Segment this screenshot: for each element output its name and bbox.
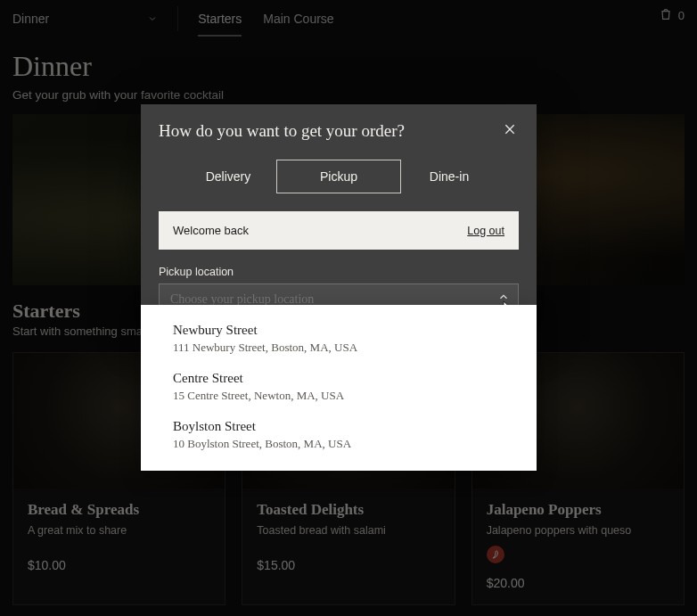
tab-pickup[interactable]: Pickup [276,160,401,193]
welcome-banner: Welcome back Log out [159,211,519,250]
order-method-tabs: Delivery Pickup Dine-in [141,151,537,211]
modal-title: How do you want to get your order? [159,121,405,141]
pickup-location-dropdown: Newbury Street 111 Newbury Street, Bosto… [141,305,537,471]
pickup-option[interactable]: Newbury Street 111 Newbury Street, Bosto… [141,314,537,362]
welcome-text: Welcome back [173,224,249,237]
close-icon [503,124,517,139]
tab-dine-in[interactable]: Dine-in [405,160,494,193]
pickup-option-name: Newbury Street [173,323,504,338]
logout-link[interactable]: Log out [467,225,504,237]
pickup-option-address: 10 Boylston Street, Boston, MA, USA [173,437,504,451]
close-button[interactable] [499,119,521,144]
pickup-option-address: 15 Centre Street, Newton, MA, USA [173,389,504,403]
pickup-option-address: 111 Newbury Street, Boston, MA, USA [173,341,504,355]
pickup-option[interactable]: Centre Street 15 Centre Street, Newton, … [141,362,537,410]
order-method-modal: How do you want to get your order? Deliv… [141,104,537,333]
pickup-option-name: Centre Street [173,371,504,386]
tab-delivery[interactable]: Delivery [184,160,273,193]
pickup-location-label: Pickup location [141,266,537,283]
pickup-option[interactable]: Boylston Street 10 Boylston Street, Bost… [141,410,537,458]
pickup-option-name: Boylston Street [173,419,504,434]
